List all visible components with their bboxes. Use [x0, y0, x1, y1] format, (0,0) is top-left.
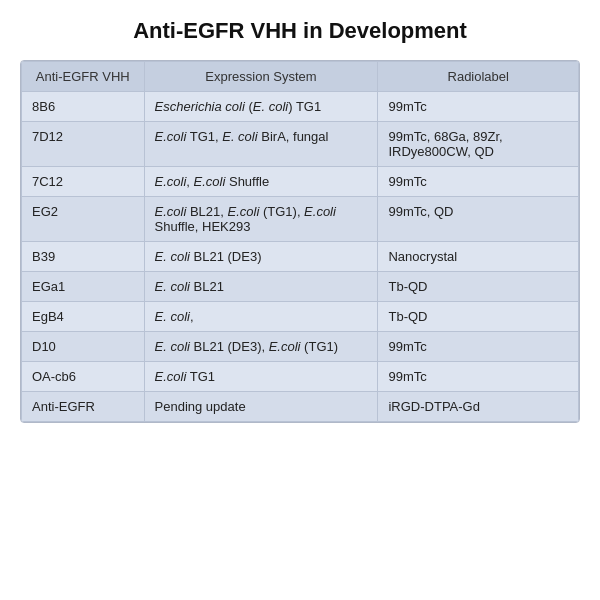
cell-expression: E.coli, E.coli Shuffle — [144, 167, 378, 197]
cell-radiolabel: 99mTc — [378, 92, 579, 122]
cell-vhh: Anti-EGFR — [22, 392, 145, 422]
cell-expression: E. coli, — [144, 302, 378, 332]
cell-vhh: EgB4 — [22, 302, 145, 332]
data-table-wrapper: Anti-EGFR VHH Expression System Radiolab… — [20, 60, 580, 423]
page-title: Anti-EGFR VHH in Development — [133, 18, 467, 44]
table-row: 7C12E.coli, E.coli Shuffle99mTc — [22, 167, 579, 197]
data-table: Anti-EGFR VHH Expression System Radiolab… — [21, 61, 579, 422]
cell-radiolabel: 99mTc — [378, 167, 579, 197]
table-row: D10E. coli BL21 (DE3), E.coli (TG1)99mTc — [22, 332, 579, 362]
cell-vhh: 7D12 — [22, 122, 145, 167]
table-row: OA-cb6E.coli TG199mTc — [22, 362, 579, 392]
cell-vhh: 7C12 — [22, 167, 145, 197]
cell-expression: Pending update — [144, 392, 378, 422]
cell-vhh: 8B6 — [22, 92, 145, 122]
cell-radiolabel: 99mTc, 68Ga, 89Zr, IRDye800CW, QD — [378, 122, 579, 167]
table-row: 8B6Escherichia coli (E. coli) TG199mTc — [22, 92, 579, 122]
cell-expression: Escherichia coli (E. coli) TG1 — [144, 92, 378, 122]
cell-vhh: D10 — [22, 332, 145, 362]
cell-vhh: EG2 — [22, 197, 145, 242]
table-row: Anti-EGFRPending updateiRGD-DTPA-Gd — [22, 392, 579, 422]
header-radiolabel: Radiolabel — [378, 62, 579, 92]
cell-radiolabel: Tb-QD — [378, 302, 579, 332]
header-expression: Expression System — [144, 62, 378, 92]
cell-expression: E. coli BL21 — [144, 272, 378, 302]
cell-radiolabel: 99mTc — [378, 362, 579, 392]
cell-radiolabel: 99mTc — [378, 332, 579, 362]
cell-expression: E.coli BL21, E.coli (TG1), E.coli Shuffl… — [144, 197, 378, 242]
cell-expression: E. coli BL21 (DE3), E.coli (TG1) — [144, 332, 378, 362]
table-row: EgB4E. coli,Tb-QD — [22, 302, 579, 332]
table-row: B39E. coli BL21 (DE3)Nanocrystal — [22, 242, 579, 272]
cell-expression: E.coli TG1, E. coli BirA, fungal — [144, 122, 378, 167]
cell-vhh: B39 — [22, 242, 145, 272]
table-row: EG2E.coli BL21, E.coli (TG1), E.coli Shu… — [22, 197, 579, 242]
cell-expression: E.coli TG1 — [144, 362, 378, 392]
cell-radiolabel: Nanocrystal — [378, 242, 579, 272]
cell-expression: E. coli BL21 (DE3) — [144, 242, 378, 272]
table-row: 7D12E.coli TG1, E. coli BirA, fungal99mT… — [22, 122, 579, 167]
cell-vhh: EGa1 — [22, 272, 145, 302]
cell-radiolabel: Tb-QD — [378, 272, 579, 302]
table-row: EGa1E. coli BL21Tb-QD — [22, 272, 579, 302]
cell-vhh: OA-cb6 — [22, 362, 145, 392]
header-vhh: Anti-EGFR VHH — [22, 62, 145, 92]
page: Anti-EGFR VHH in Development Anti-EGFR V… — [0, 0, 600, 600]
cell-radiolabel: 99mTc, QD — [378, 197, 579, 242]
cell-radiolabel: iRGD-DTPA-Gd — [378, 392, 579, 422]
table-header-row: Anti-EGFR VHH Expression System Radiolab… — [22, 62, 579, 92]
